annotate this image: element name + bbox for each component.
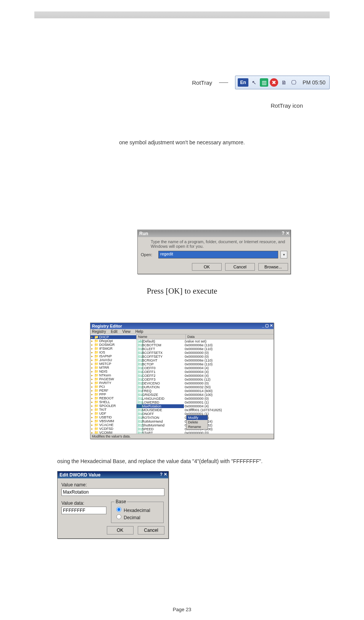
dword-titlebar-buttons[interactable]: ? ✕ bbox=[160, 472, 167, 477]
registry-row[interactable]: [01]COEFF20x00000004 (4) bbox=[137, 374, 274, 378]
cursor-icon[interactable]: ↖ bbox=[250, 78, 258, 87]
tree-node[interactable]: ▸ 📁 PARITY bbox=[90, 381, 136, 385]
rottray-label: RotTray bbox=[192, 79, 212, 86]
tree-node[interactable]: ▸ 📁 VCDFSD bbox=[90, 427, 136, 431]
tree-node[interactable]: ▸ 📁 SHELL bbox=[90, 400, 136, 404]
dword-ok-button[interactable]: OK bbox=[107, 526, 134, 534]
dword-data-input[interactable] bbox=[61, 507, 106, 514]
dword-name-label: Value name: bbox=[61, 482, 164, 488]
ctx-delete[interactable]: Delete bbox=[187, 420, 208, 425]
registry-row[interactable]: [01]DEVICENO0x00000000 (0) bbox=[137, 381, 274, 385]
ime-icon[interactable]: En bbox=[238, 78, 248, 87]
tree-node[interactable]: ▸ 📁 DHCP bbox=[90, 335, 136, 339]
run-open-dropdown[interactable]: ▾ bbox=[280, 251, 287, 258]
registry-editor-window: Registry Editor _ ▢ ✕ Registry Edit View… bbox=[90, 323, 274, 439]
tree-node[interactable]: ▸ 📁 MSTCP bbox=[90, 362, 136, 366]
dword-name-input[interactable] bbox=[61, 488, 164, 496]
menu-view[interactable]: View bbox=[122, 329, 130, 334]
registry-row[interactable]: [01]DURATION0x00000032 (50) bbox=[137, 385, 274, 389]
run-titlebar: Run ? ✕ bbox=[138, 230, 290, 237]
col-data[interactable]: Data bbox=[186, 334, 274, 339]
dword-cancel-button[interactable]: Cancel bbox=[138, 526, 164, 534]
tree-node[interactable]: ▸ 📁 NTKern bbox=[90, 373, 136, 377]
tree-node[interactable]: ▸ 📁 PERF bbox=[90, 389, 136, 392]
tree-node[interactable]: ▸ 📁 IOS bbox=[90, 350, 136, 354]
monitor-icon[interactable]: 🖵 bbox=[290, 78, 298, 87]
tree-node[interactable]: ▸ 📁 NDIS bbox=[90, 370, 136, 373]
registry-row[interactable]: [01]BCRIGHT0x0000006e (110) bbox=[137, 358, 274, 362]
tree-node[interactable]: ▸ 📁 PAGESW bbox=[90, 377, 136, 381]
registry-menubar[interactable]: Registry Edit View Help bbox=[90, 329, 274, 334]
registry-row[interactable]: [01]BCOFFSETX0x00000000 (0) bbox=[137, 351, 274, 355]
registry-row[interactable]: [01]MOUSEMDE0x3ffff001 (1073741825) bbox=[137, 408, 274, 412]
tree-node[interactable]: ▸ 📁 JAVASU bbox=[90, 358, 136, 362]
tree-node[interactable]: ▸ 📁 PCI bbox=[90, 385, 136, 389]
col-name[interactable]: Name bbox=[137, 334, 186, 339]
run-ok-button[interactable]: OK bbox=[192, 263, 222, 271]
registry-row[interactable]: [01]MaxRotation0x00000004 (4) bbox=[137, 404, 274, 408]
menu-help[interactable]: Help bbox=[135, 329, 143, 334]
registry-row[interactable]: [01]COEFF30x0000000c (12) bbox=[137, 378, 274, 381]
run-open-input[interactable]: regedit bbox=[158, 251, 278, 258]
body-text-1: one symbol adjustment won't be necessary… bbox=[34, 139, 330, 145]
registry-row[interactable]: [01]GRIDSIZE0x00000064 (100) bbox=[137, 393, 274, 397]
tree-node[interactable]: ▸ 📁 VBSVMM bbox=[90, 419, 136, 423]
registry-window-buttons[interactable]: _ ▢ ✕ bbox=[262, 323, 273, 328]
close-round-icon[interactable]: ✖ bbox=[270, 78, 278, 87]
ctx-modify[interactable]: Modify bbox=[187, 415, 208, 420]
page-footer: Page 23 bbox=[0, 607, 364, 612]
registry-row[interactable]: [ab](Default)(value not set) bbox=[137, 339, 274, 343]
registry-row[interactable]: [01]BCOFFSETY0x00000000 (0) bbox=[137, 355, 274, 358]
menu-registry[interactable]: Registry bbox=[92, 329, 106, 334]
tree-node[interactable]: ▸ 📁 MTRR bbox=[90, 366, 136, 370]
registry-row[interactable]: [01]START0x00000000 (0) bbox=[137, 431, 274, 434]
menu-edit[interactable]: Edit bbox=[111, 329, 117, 334]
doc-icon[interactable]: 🗎 bbox=[280, 78, 288, 87]
tree-node[interactable]: ▸ 📁 UDF bbox=[90, 412, 136, 415]
tree-node[interactable]: ▸ 📁 TKIT bbox=[90, 408, 136, 412]
arrow-line bbox=[219, 82, 228, 83]
dword-titlebar: Edit DWORD Value ? ✕ bbox=[58, 471, 168, 478]
tree-node[interactable]: ▸ 📁 USBTID bbox=[90, 415, 136, 419]
run-title-text: Run bbox=[139, 231, 148, 236]
registry-context-menu[interactable]: Modify Delete Rename bbox=[186, 415, 208, 429]
registry-row[interactable]: [01]COEFF00x00000004 (4) bbox=[137, 366, 274, 370]
registry-title-text: Registry Editor bbox=[92, 324, 122, 328]
registry-value-list[interactable]: Name Data [ab](Default)(value not set)[0… bbox=[137, 334, 274, 434]
registry-row[interactable]: [01]LOWERBD0x00000001 (1) bbox=[137, 400, 274, 404]
run-browse-button[interactable]: Browse... bbox=[258, 263, 288, 271]
registry-row[interactable]: [01]BCLEFT0x0000006e (110) bbox=[137, 347, 274, 351]
registry-row[interactable]: [01]BCBOTTOM0x0000006e (110) bbox=[137, 343, 274, 347]
dword-base-label: Base bbox=[114, 499, 127, 504]
rottray-caption: RotTray icon bbox=[34, 102, 330, 109]
registry-row[interactable]: [01]BCTOP0x0000006e (110) bbox=[137, 362, 274, 366]
tree-node[interactable]: ▸ 📁 VCACHE bbox=[90, 423, 136, 427]
press-ok-caption: Press [OK] to execute bbox=[34, 286, 330, 296]
tree-node[interactable]: ▸ 📁 DOSMGR bbox=[90, 343, 136, 347]
dword-base-dec[interactable]: Decimal bbox=[114, 513, 160, 520]
tree-node[interactable]: ▸ 📁 PPP bbox=[90, 392, 136, 396]
ctx-rename[interactable]: Rename bbox=[187, 425, 208, 429]
tree-node[interactable]: ▸ 📁 ISAPNP bbox=[90, 354, 136, 358]
tree-node[interactable]: ▸ 📁 REBOOT bbox=[90, 396, 136, 400]
tree-node[interactable]: ▸ 📁 SPOOLER bbox=[90, 404, 136, 408]
edit-dword-dialog: Edit DWORD Value ? ✕ Value name: Value d… bbox=[57, 471, 169, 539]
run-dialog: Run ? ✕ Type the name of a program, fold… bbox=[137, 229, 291, 274]
dword-base-hex[interactable]: Hexadecimal bbox=[114, 506, 160, 513]
registry-row[interactable]: [01]LANGUAGEID0x00000000 (0) bbox=[137, 397, 274, 400]
registry-tree[interactable]: ▸ 📁 DHCP▸ 📁 DhcpOpt▸ 📁 DOSMGR▸ 📁 IFSMGR▸… bbox=[90, 334, 137, 434]
body-text-2: osing the Hexadecimal Base, and replace … bbox=[34, 458, 330, 464]
dword-title-text: Edit DWORD Value bbox=[60, 472, 100, 478]
page-top-bar bbox=[34, 11, 330, 18]
tree-node[interactable]: ▸ 📁 VCOMM bbox=[90, 431, 136, 434]
run-titlebar-buttons[interactable]: ? ✕ bbox=[278, 231, 290, 236]
registry-row[interactable]: [01]FREQ0x00000014 (600) bbox=[137, 389, 274, 393]
system-tray: En ↖ ▥ ✖ 🗎 🖵 PM 05:50 bbox=[235, 76, 330, 89]
tree-node[interactable]: ▸ 📁 IFSMGR bbox=[90, 347, 136, 350]
display-icon[interactable]: ▥ bbox=[260, 78, 268, 87]
run-description: Type the name of a program, folder, docu… bbox=[151, 239, 287, 249]
tree-node[interactable]: ▸ 📁 DhcpOpt bbox=[90, 339, 136, 343]
registry-row[interactable]: [01]COEFF10x00000004 (4) bbox=[137, 370, 274, 374]
run-cancel-button[interactable]: Cancel bbox=[225, 263, 255, 271]
tray-clock: PM 05:50 bbox=[300, 79, 325, 86]
